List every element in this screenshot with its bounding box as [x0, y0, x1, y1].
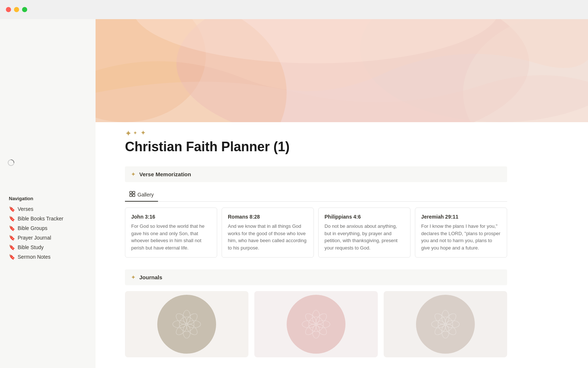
svg-rect-9: [133, 191, 135, 194]
sparkle-small-icon: ✦: [133, 130, 137, 135]
page-title: Christian Faith Planner (1): [125, 139, 507, 155]
main-content: ✦ ✦ ✦ Christian Faith Planner (1) ✦ Vers…: [96, 19, 588, 368]
sidebar: Navigation 🔖 Verses 🔖 Bible Books Tracke…: [0, 19, 96, 368]
sidebar-item-label: Bible Groups: [18, 225, 47, 231]
sidebar-item-bible-groups[interactable]: 🔖 Bible Groups: [6, 223, 90, 233]
sidebar-item-sermon-notes[interactable]: 🔖 Sermon Notes: [6, 252, 90, 262]
verse-reference-2: Philippians 4:6: [325, 214, 404, 220]
bookmark-icon-6: 🔖: [9, 254, 15, 260]
verse-reference-0: John 3:16: [131, 214, 211, 220]
sidebar-item-label: Prayer Journal: [18, 235, 51, 241]
sidebar-item-bible-study[interactable]: 🔖 Bible Study: [6, 243, 90, 252]
verse-memorization-section-header[interactable]: ✦ Verse Memorization: [125, 166, 507, 182]
bookmark-icon-3: 🔖: [9, 225, 15, 231]
verse-sparkle-icon: ✦: [131, 171, 136, 178]
verse-section-label: Verse Memorization: [139, 171, 191, 177]
svg-point-12: [179, 317, 194, 332]
svg-rect-10: [130, 194, 132, 197]
sidebar-item-verses[interactable]: 🔖 Verses: [6, 204, 90, 214]
sparkle-large-icon: ✦: [125, 130, 132, 138]
gallery-tab-icon: [129, 191, 135, 198]
maximize-button[interactable]: [22, 7, 27, 12]
verse-card-3[interactable]: Jeremiah 29:11 For I know the plans I ha…: [415, 208, 507, 258]
page-content: ✦ ✦ ✦ Christian Faith Planner (1) ✦ Vers…: [96, 130, 537, 368]
journals-section-header[interactable]: ✦ Journals: [125, 269, 507, 285]
sidebar-item-label: Sermon Notes: [18, 254, 50, 260]
bookmark-icon-2: 🔖: [9, 216, 15, 222]
verse-card-0[interactable]: John 3:16 For God so loved the world tha…: [125, 208, 217, 258]
sidebar-item-label: Verses: [18, 206, 33, 212]
svg-rect-8: [130, 191, 132, 194]
verse-reference-3: Jeremiah 29:11: [421, 214, 501, 220]
svg-point-30: [438, 317, 453, 332]
verse-reference-1: Romans 8:28: [228, 214, 308, 220]
sidebar-loading: [7, 144, 15, 181]
verse-card-1[interactable]: Romans 8:28 And we know that in all thin…: [222, 208, 314, 258]
sidebar-nav-section: Navigation 🔖 Verses 🔖 Bible Books Tracke…: [0, 188, 96, 262]
journals-section-label: Journals: [139, 274, 162, 280]
page-header: [96, 19, 588, 122]
gallery-tabs: Gallery: [125, 188, 507, 202]
minimize-button[interactable]: [14, 7, 19, 12]
header-wave-container: [96, 19, 588, 122]
svg-rect-11: [133, 194, 135, 197]
bookmark-icon: 🔖: [9, 206, 15, 212]
gallery-tab-label: Gallery: [137, 192, 154, 198]
bookmark-icon-5: 🔖: [9, 244, 15, 250]
sidebar-item-label: Bible Books Tracker: [18, 216, 64, 222]
verse-text-2: Do not be anxious about anything, but in…: [325, 223, 404, 251]
journals-sparkle-icon: ✦: [131, 274, 136, 281]
verse-text-1: And we know that in all things God works…: [228, 223, 308, 251]
journal-cards: [125, 291, 507, 357]
sparkle-medium-icon: ✦: [140, 130, 146, 136]
svg-point-21: [309, 317, 323, 332]
verse-text-0: For God so loved the world that he gave …: [131, 223, 211, 251]
nav-title: Navigation: [6, 196, 90, 201]
sidebar-item-prayer-journal[interactable]: 🔖 Prayer Journal: [6, 233, 90, 243]
verse-text-3: For I know the plans I have for you," de…: [421, 223, 501, 251]
sidebar-item-label: Bible Study: [18, 244, 44, 250]
app-container: Navigation 🔖 Verses 🔖 Bible Books Tracke…: [0, 19, 588, 368]
bookmark-icon-4: 🔖: [9, 235, 15, 241]
titlebar: [0, 0, 588, 19]
verse-cards: John 3:16 For God so loved the world tha…: [125, 208, 507, 258]
sidebar-item-bible-books-tracker[interactable]: 🔖 Bible Books Tracker: [6, 214, 90, 223]
gallery-tab[interactable]: Gallery: [125, 188, 158, 202]
verse-card-2[interactable]: Philippians 4:6 Do not be anxious about …: [318, 208, 410, 258]
close-button[interactable]: [6, 7, 11, 12]
journal-card-2[interactable]: [384, 291, 507, 357]
journal-card-0[interactable]: [125, 291, 248, 357]
journal-card-1[interactable]: [254, 291, 378, 357]
